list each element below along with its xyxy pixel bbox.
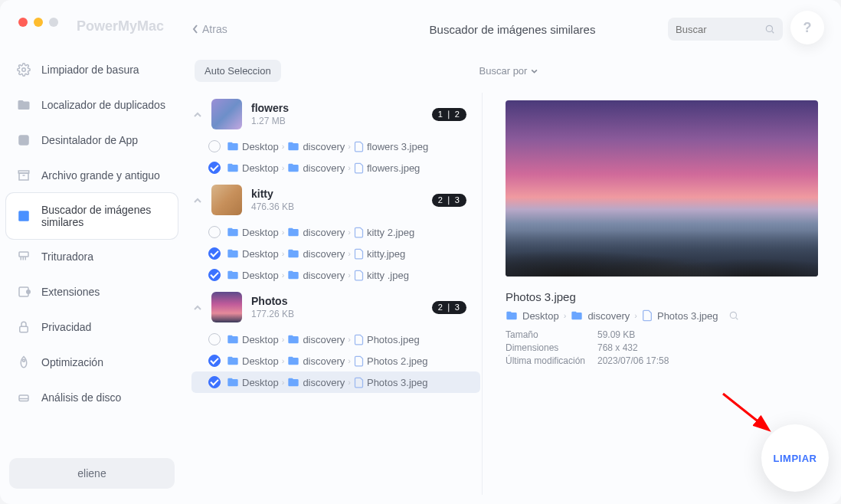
folder-icon xyxy=(227,227,239,237)
crumb-segment: discovery xyxy=(303,227,345,238)
search-input-wrap[interactable] xyxy=(668,18,783,41)
sidebar-item-similar-images[interactable]: Buscador de imágenes similares xyxy=(6,193,178,239)
meta-size-value: 59.09 KB xyxy=(597,329,818,340)
user-badge[interactable]: eliene xyxy=(9,458,175,489)
group-thumbnail xyxy=(211,185,242,215)
file-row[interactable]: Desktop›discovery›flowers 3.jpeg xyxy=(191,136,480,157)
reveal-icon[interactable] xyxy=(728,310,739,321)
file-name: kitty .jpeg xyxy=(367,270,409,281)
file-row[interactable]: Desktop›discovery›kitty.jpeg xyxy=(191,243,480,264)
nav: Limpiador de basura Localizador de dupli… xyxy=(0,52,184,415)
folder-icon xyxy=(227,334,239,345)
file-row[interactable]: Desktop›discovery›Photos 3.jpeg xyxy=(191,371,480,393)
close-icon[interactable] xyxy=(18,18,28,27)
folder-icon xyxy=(227,141,239,152)
group-header[interactable]: flowers 1.27 MB 1 ∣ 2 xyxy=(191,93,480,136)
breadcrumb: Desktop›discovery›flowers.jpeg xyxy=(227,162,420,174)
file-row[interactable]: Desktop›discovery›kitty .jpeg xyxy=(191,264,480,286)
file-icon xyxy=(354,270,364,281)
sort-by-dropdown[interactable]: Buscar por xyxy=(479,65,538,77)
group-name: Photos xyxy=(251,295,294,307)
sidebar-item-label: Desintalador de App xyxy=(41,134,138,146)
back-button[interactable]: Atras xyxy=(191,23,227,35)
help-button[interactable]: ? xyxy=(790,11,824,44)
file-row[interactable]: Desktop›discovery›Photos 2.jpeg xyxy=(191,350,480,371)
checkbox[interactable] xyxy=(208,247,221,260)
folder-icon xyxy=(287,270,299,280)
checkbox[interactable] xyxy=(208,376,221,388)
chevron-right-icon: › xyxy=(282,356,285,365)
svg-point-13 xyxy=(23,359,25,362)
collapse-icon[interactable] xyxy=(191,302,202,313)
file-row[interactable]: Desktop›discovery›kitty 2.jpeg xyxy=(191,221,480,243)
svg-point-0 xyxy=(22,68,26,72)
file-icon xyxy=(354,334,364,345)
chevron-right-icon: › xyxy=(282,249,285,258)
checkbox[interactable] xyxy=(208,333,221,345)
crumb-segment: Desktop xyxy=(242,377,279,388)
file-row[interactable]: Desktop›discovery›Photos.jpeg xyxy=(191,329,480,350)
crumb-segment: Desktop xyxy=(242,355,279,367)
clean-button[interactable]: LIMPIAR xyxy=(761,424,829,492)
crumb-segment: Desktop xyxy=(242,227,279,238)
sidebar-item-label: Localizador de duplicados xyxy=(41,99,165,111)
sidebar-item-label: Trituradora xyxy=(41,250,93,263)
page-title: Buscador de imágenes similares xyxy=(430,23,596,36)
sidebar-item-junk-cleaner[interactable]: Limpiador de basura xyxy=(6,52,178,87)
file-row[interactable]: Desktop›discovery›flowers.jpeg xyxy=(191,157,480,178)
folder-icon xyxy=(227,248,239,259)
checkbox[interactable] xyxy=(208,226,221,238)
results-list[interactable]: flowers 1.27 MB 1 ∣ 2 Desktop›discovery›… xyxy=(191,93,483,495)
checkbox[interactable] xyxy=(208,162,221,174)
search-input[interactable] xyxy=(676,24,758,35)
sidebar-item-label: Buscador de imágenes similares xyxy=(41,204,167,228)
sidebar-item-duplicate-finder[interactable]: Localizador de duplicados xyxy=(6,87,178,123)
topbar: Atras Buscador de imágenes similares xyxy=(191,14,826,44)
sort-by-label: Buscar por xyxy=(479,65,528,77)
checkbox[interactable] xyxy=(208,269,221,281)
image-icon xyxy=(17,209,31,223)
crumb-segment: Desktop xyxy=(242,270,279,281)
file-name: flowers.jpeg xyxy=(367,162,420,174)
chevron-right-icon: › xyxy=(348,142,351,151)
sidebar-item-shredder[interactable]: Trituradora xyxy=(6,239,178,274)
collapse-icon[interactable] xyxy=(191,195,202,205)
chevron-right-icon: › xyxy=(348,378,351,387)
crumb-segment: Desktop xyxy=(242,334,279,345)
meta-dim-label: Dimensiones xyxy=(506,342,597,353)
group-header[interactable]: kitty 476.36 KB 2 ∣ 3 xyxy=(191,178,480,221)
checkbox[interactable] xyxy=(208,355,221,367)
chevron-right-icon: › xyxy=(348,356,351,365)
file-name: Photos 3.jpeg xyxy=(367,377,428,388)
group-name: kitty xyxy=(251,188,294,200)
chevron-right-icon: › xyxy=(348,163,351,172)
checkbox[interactable] xyxy=(208,140,221,152)
crumb-segment: Desktop xyxy=(242,248,279,260)
crumb-segment: discovery xyxy=(303,270,345,281)
rocket-icon xyxy=(17,355,31,369)
chevron-right-icon: › xyxy=(348,270,351,280)
back-label: Atras xyxy=(202,23,227,35)
sidebar-item-disk-analysis[interactable]: Análisis de disco xyxy=(6,380,178,415)
minimize-icon[interactable] xyxy=(34,18,43,27)
app-name: PowerMyMac xyxy=(77,18,164,34)
group-header[interactable]: Photos 177.26 KB 2 ∣ 3 xyxy=(191,286,480,329)
crumb-segment: Desktop xyxy=(242,162,279,174)
sidebar-item-optimization[interactable]: Optimización xyxy=(6,345,178,380)
breadcrumb: Desktop›discovery›Photos 3.jpeg xyxy=(227,377,427,388)
group-badge: 2 ∣ 3 xyxy=(432,194,466,207)
file-icon xyxy=(354,162,364,174)
svg-rect-12 xyxy=(20,326,28,332)
folder-icon xyxy=(287,334,299,345)
auto-select-button[interactable]: Auto Seleccion xyxy=(195,60,281,82)
sidebar-item-privacy[interactable]: Privacidad xyxy=(6,309,178,345)
sidebar-item-large-old-files[interactable]: Archivo grande y antiguo xyxy=(6,158,178,193)
file-icon xyxy=(354,227,364,238)
meta-mod-value: 2023/07/06 17:58 xyxy=(597,355,818,366)
sidebar-item-extensions[interactable]: Extensiones xyxy=(6,274,178,309)
preview-filename: Photos 3.jpeg xyxy=(506,290,818,303)
sidebar-item-app-uninstaller[interactable]: Desintalador de App xyxy=(6,123,178,158)
meta-size-label: Tamaño xyxy=(506,329,597,340)
collapse-icon[interactable] xyxy=(191,109,202,119)
preview-path: Desktop › discovery › Photos 3.jpeg xyxy=(506,309,818,322)
